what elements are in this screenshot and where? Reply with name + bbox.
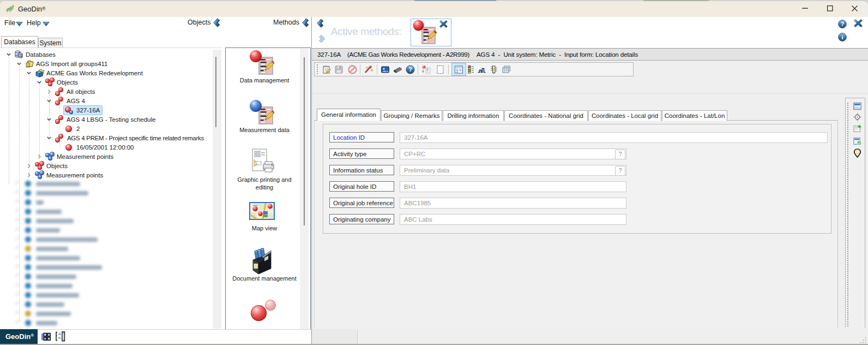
svg-text:i: i: [841, 34, 843, 40]
svg-text:?: ?: [408, 66, 412, 73]
svg-text:?: ?: [841, 21, 844, 27]
